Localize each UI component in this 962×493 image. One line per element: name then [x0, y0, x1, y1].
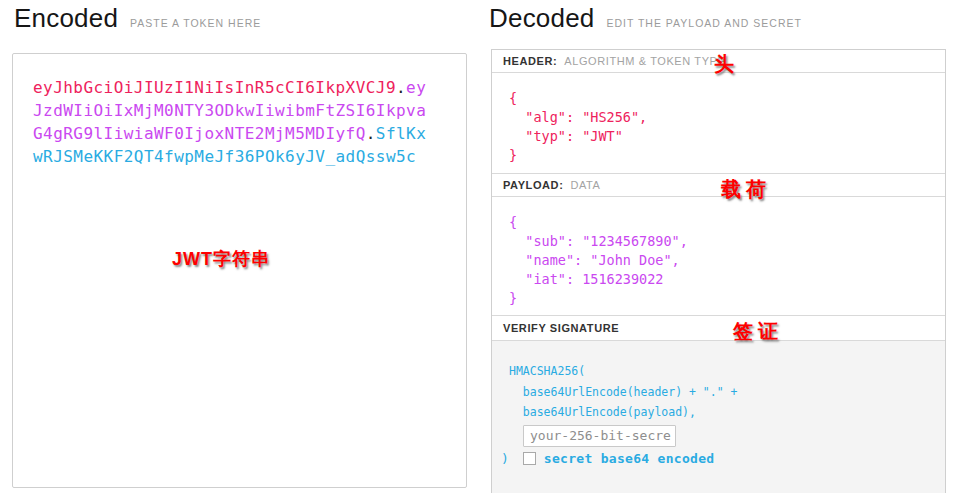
- header-json[interactable]: { "alg": "HS256", "typ": "JWT" }: [509, 89, 935, 165]
- token-payload-segment: JzdWIiOiIxMjM0NTY3ODkwIiwibmFtZSI6Ikpva: [33, 101, 426, 120]
- jwt-token-input[interactable]: eyJhbGciOiJIUzI1NiIsInR5cCI6IkpXVCJ9.ey …: [33, 76, 456, 168]
- header-sublabel: ALGORITHM & TOKEN TYPE: [564, 55, 725, 67]
- verify-signature-label: VERIFY SIGNATURE: [503, 322, 619, 334]
- encoded-panel-header: Encoded PASTE A TOKEN HERE: [14, 3, 261, 34]
- secret-options-row: ) secret base64 encoded: [501, 451, 935, 466]
- header-json-editor[interactable]: { "alg": "HS256", "typ": "JWT" }: [492, 73, 945, 174]
- payload-section-label: PAYLOAD: DATA: [492, 174, 945, 197]
- verify-signature-area: HMACSHA256( base64UrlEncode(header) + ".…: [492, 341, 945, 493]
- annotation-verify: 签证: [733, 318, 783, 345]
- secret-base64-checkbox[interactable]: [523, 452, 536, 465]
- decoded-title: Decoded: [489, 3, 594, 34]
- decoded-subtitle: EDIT THE PAYLOAD AND SECRET: [606, 17, 801, 29]
- payload-json[interactable]: { "sub": "1234567890", "name": "John Doe…: [509, 213, 935, 308]
- closing-paren: ): [501, 451, 509, 466]
- secret-base64-label[interactable]: secret base64 encoded: [544, 451, 715, 466]
- annotation-jwt-string: JWT字符串: [172, 247, 270, 271]
- annotation-header: 头: [714, 51, 734, 78]
- token-payload-segment: G4gRG9lIiwiaWF0IjoxNTE2MjM5MDIyfQ: [33, 124, 366, 143]
- hmac-code-line: base64UrlEncode(payload),: [509, 402, 935, 423]
- verify-signature-section-label: VERIFY SIGNATURE: [492, 316, 945, 341]
- annotation-payload: 载荷: [721, 176, 771, 203]
- encoded-title: Encoded: [14, 3, 118, 34]
- payload-json-editor[interactable]: { "sub": "1234567890", "name": "John Doe…: [492, 197, 945, 316]
- token-payload-segment: ey: [406, 78, 426, 97]
- decoded-panel: HEADER: ALGORITHM & TOKEN TYPE { "alg": …: [491, 49, 946, 493]
- payload-sublabel: DATA: [570, 179, 600, 191]
- payload-label: PAYLOAD:: [503, 179, 563, 191]
- token-signature-segment: wRJSMeKKF2QT4fwpMeJf36POk6yJV_adQssw5c: [33, 147, 416, 166]
- header-label: HEADER:: [503, 55, 557, 67]
- token-line: G4gRG9lIiwiaWF0IjoxNTE2MjM5MDIyfQ.SflKx: [33, 122, 456, 145]
- hmac-code-line: base64UrlEncode(header) + "." +: [509, 382, 935, 403]
- token-line: eyJhbGciOiJIUzI1NiIsInR5cCI6IkpXVCJ9.ey: [33, 76, 456, 99]
- token-line: wRJSMeKKF2QT4fwpMeJf36POk6yJV_adQssw5c: [33, 145, 456, 168]
- token-line: JzdWIiOiIxMjM0NTY3ODkwIiwibmFtZSI6Ikpva: [33, 99, 456, 122]
- token-signature-segment: SflKx: [376, 124, 426, 143]
- token-separator-dot: .: [396, 78, 406, 97]
- hmac-code-line: HMACSHA256(: [509, 361, 935, 382]
- token-header-segment: eyJhbGciOiJIUzI1NiIsInR5cCI6IkpXVCJ9: [33, 78, 396, 97]
- decoded-panel-header: Decoded EDIT THE PAYLOAD AND SECRET: [489, 3, 802, 34]
- secret-input[interactable]: [523, 425, 676, 447]
- token-separator-dot: .: [366, 124, 376, 143]
- encoded-subtitle: PASTE A TOKEN HERE: [130, 17, 261, 29]
